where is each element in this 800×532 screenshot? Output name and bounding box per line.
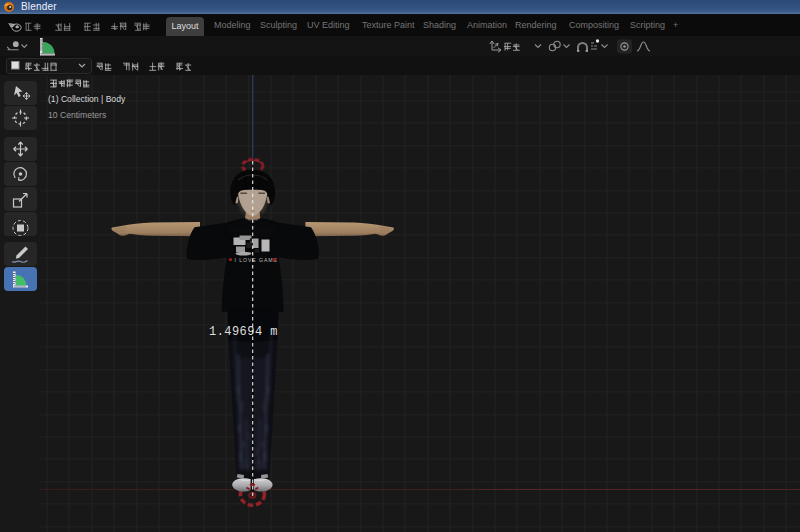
svg-text:I LOVE GAME: I LOVE GAME <box>235 257 278 263</box>
svg-text:1.49694 m: 1.49694 m <box>209 325 278 339</box>
